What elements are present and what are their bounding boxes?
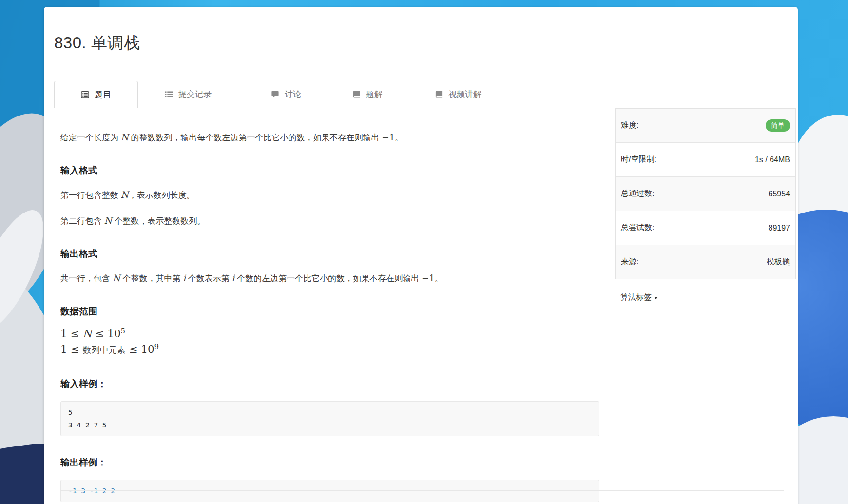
- data-range-formula-2: 1 ≤ 数列中元素 ≤ 109: [60, 342, 599, 358]
- tab-submissions[interactable]: 提交记录: [165, 81, 212, 108]
- comment-icon: [271, 90, 279, 98]
- stat-value: 89197: [769, 224, 790, 233]
- algo-tags-label: 算法标签: [620, 292, 652, 303]
- tab-problem[interactable]: 题目: [54, 81, 138, 108]
- stat-label: 总尝试数:: [621, 223, 654, 233]
- tab-solutions[interactable]: 题解: [352, 81, 383, 108]
- stat-value: 65954: [769, 190, 790, 198]
- tab-label: 视频讲解: [448, 89, 482, 100]
- page-title: 830. 单调栈: [54, 32, 140, 54]
- stat-value: 1s / 64MB: [755, 155, 790, 164]
- input-format-line-2: 第二行包含 N 个整数，表示整数数列。: [60, 214, 599, 228]
- stat-label: 难度:: [621, 120, 638, 131]
- book-icon: [435, 90, 443, 98]
- stat-row-source: 来源: 模板题: [616, 245, 795, 279]
- stat-value: 模板题: [767, 257, 790, 267]
- data-range-formula-1: 1 ≤ N ≤ 105: [60, 327, 599, 342]
- output-format-line-1: 共一行，包含 N 个整数，其中第 i 个数表示第 i 个数的左边第一个比它小的数…: [60, 271, 599, 285]
- section-heading-data-range: 数据范围: [60, 306, 599, 317]
- tab-label: 讨论: [285, 89, 301, 100]
- section-heading-output-format: 输出格式: [60, 248, 599, 259]
- tab-label: 题目: [95, 89, 111, 100]
- stats-table: 难度: 简单 时/空限制: 1s / 64MB 总通过数: 65954 总尝试数…: [615, 108, 796, 279]
- algo-tags-dropdown[interactable]: 算法标签: [615, 292, 796, 303]
- stat-row-accepted-count: 总通过数: 65954: [616, 177, 795, 211]
- section-heading-sample-input: 输入样例：: [60, 378, 599, 389]
- problem-description: 给定一个长度为 N 的整数数列，输出每个数左边第一个比它小的数，如果不存在则输出…: [60, 131, 599, 144]
- stat-label: 总通过数:: [621, 189, 654, 199]
- tab-label: 题解: [366, 89, 383, 100]
- stat-row-attempt-count: 总尝试数: 89197: [616, 211, 795, 245]
- tab-discussion[interactable]: 讨论: [271, 81, 301, 108]
- section-heading-input-format: 输入格式: [60, 165, 599, 176]
- problem-content: 给定一个长度为 N 的整数数列，输出每个数左边第一个比它小的数，如果不存在则输出…: [60, 108, 599, 502]
- sample-output-code: -1 3 -1 2 2: [60, 480, 599, 502]
- stat-row-difficulty: 难度: 简单: [616, 109, 795, 143]
- problem-sidebar: 难度: 简单 时/空限制: 1s / 64MB 总通过数: 65954 总尝试数…: [615, 108, 796, 303]
- book-icon: [352, 90, 361, 98]
- tab-bar: 题目 提交记录 讨论: [54, 81, 482, 108]
- difficulty-badge: 简单: [766, 119, 790, 132]
- section-heading-sample-output: 输出样例：: [60, 457, 599, 468]
- tab-video-tutorial[interactable]: 视频讲解: [435, 81, 482, 108]
- tab-label: 提交记录: [178, 89, 212, 100]
- problem-card: 830. 单调栈 题目 提交记录: [44, 7, 798, 504]
- caret-down-icon: [654, 297, 658, 299]
- input-format-line-1: 第一行包含整数 N，表示数列长度。: [60, 188, 599, 202]
- list-icon: [165, 90, 173, 98]
- stat-label: 来源:: [621, 257, 638, 267]
- section-divider: [60, 490, 784, 491]
- stat-label: 时/空限制:: [621, 155, 656, 165]
- stat-row-limits: 时/空限制: 1s / 64MB: [616, 143, 795, 177]
- sample-input-code: 5 3 4 2 7 5: [60, 401, 599, 436]
- list-alt-icon: [81, 91, 89, 99]
